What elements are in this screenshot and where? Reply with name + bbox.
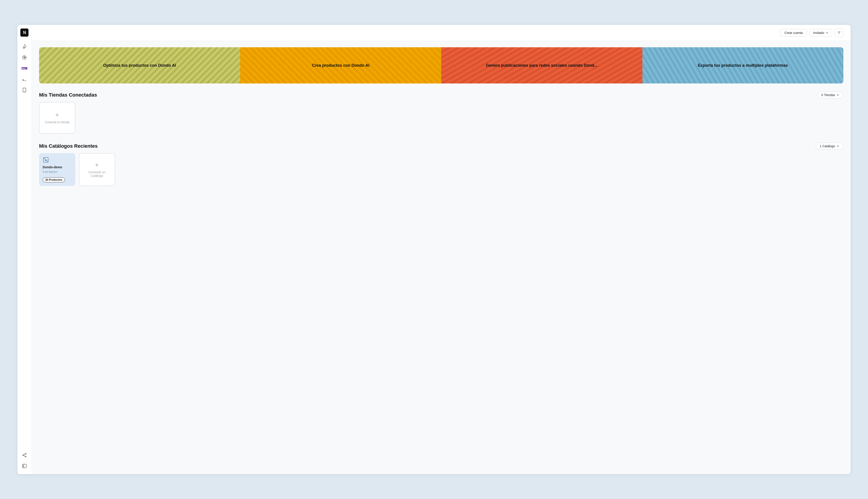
filter-icon bbox=[837, 31, 841, 35]
share-icon[interactable] bbox=[20, 451, 29, 460]
tiendas-section: Mis Tiendas Conectadas 0 Tiendas + Conec… bbox=[39, 92, 843, 134]
banner-text-2: Crea productos con Dondo AI bbox=[312, 63, 369, 68]
tablet-icon[interactable] bbox=[20, 85, 29, 95]
svg-line-5 bbox=[26, 80, 26, 81]
tiendas-chevron-icon bbox=[836, 94, 840, 97]
banner-text-1: Optimiza tus productos con Dondo AI bbox=[103, 63, 176, 68]
tiendas-link-label: 0 Tiendas bbox=[821, 93, 835, 97]
opencart-icon[interactable] bbox=[20, 53, 29, 62]
page-body: Optimiza tus productos con Dondo AI Crea… bbox=[32, 41, 851, 201]
svg-line-19 bbox=[43, 158, 48, 162]
collapse-sidebar-icon[interactable] bbox=[20, 461, 29, 471]
catalogos-section: Mis Catálogos Recientes 1 Catálogo bbox=[39, 143, 843, 186]
chevron-down-icon bbox=[826, 31, 829, 34]
tiendas-title: Mis Tiendas Conectadas bbox=[39, 92, 97, 98]
add-tienda-label: Conecta tu tienda bbox=[45, 120, 70, 124]
tiendas-grid: + Conecta tu tienda bbox=[39, 102, 843, 134]
banner-card-4[interactable]: Exporta tus productos a multiples plataf… bbox=[642, 47, 844, 84]
svg-text:Woo: Woo bbox=[22, 68, 26, 70]
catalogo-no-image-icon bbox=[43, 157, 72, 163]
filter-button[interactable] bbox=[835, 28, 843, 37]
woo-icon[interactable]: Woo bbox=[20, 64, 29, 73]
add-tienda-plus: + bbox=[55, 112, 59, 118]
top-nav: Crear cuenta Invitado bbox=[32, 25, 851, 41]
catalogo-card-0[interactable]: Dondo-demo 5 de febrero 30 Productos bbox=[39, 153, 75, 186]
catalogos-link-label: 1 Catálogo bbox=[820, 144, 835, 148]
amazon-icon[interactable]: a bbox=[20, 75, 29, 84]
catalogos-chevron-icon bbox=[836, 145, 840, 148]
add-catalogo-label: Conectar un Catálogo bbox=[79, 170, 115, 178]
banner-text-4: Exporta tus productos a multiples plataf… bbox=[698, 63, 788, 68]
app-logo[interactable]: N bbox=[20, 28, 28, 37]
svg-line-11 bbox=[24, 454, 25, 455]
add-catalogo-card[interactable]: + Conectar un Catálogo bbox=[79, 153, 115, 186]
crear-cuenta-button[interactable]: Crear cuenta bbox=[780, 29, 807, 37]
catalogo-badge-0: 30 Productos bbox=[43, 177, 65, 182]
add-catalogo-plus: + bbox=[95, 162, 99, 168]
sidebar-bottom bbox=[20, 461, 29, 471]
banner-text-3: Genera publicaciones para redes sociales… bbox=[486, 63, 597, 68]
shopify-icon[interactable] bbox=[20, 42, 29, 51]
banner-card-1[interactable]: Optimiza tus productos con Dondo AI bbox=[39, 47, 240, 84]
main-content: Crear cuenta Invitado Optimiza tus produ… bbox=[32, 25, 851, 474]
catalogos-title: Mis Catálogos Recientes bbox=[39, 143, 98, 149]
catalogos-link-button[interactable]: 1 Catálogo bbox=[816, 143, 843, 149]
svg-point-9 bbox=[23, 454, 24, 455]
svg-point-8 bbox=[25, 453, 26, 454]
svg-line-12 bbox=[24, 455, 25, 456]
catalogo-name-0: Dondo-demo bbox=[43, 165, 72, 169]
invitado-button[interactable]: Invitado bbox=[810, 29, 832, 37]
app-container: N Woo a bbox=[17, 25, 851, 474]
banner-card-3[interactable]: Genera publicaciones para redes sociales… bbox=[441, 47, 642, 84]
catalogos-section-header: Mis Catálogos Recientes 1 Catálogo bbox=[39, 143, 843, 149]
banner-section: Optimiza tus productos con Dondo AI Crea… bbox=[39, 47, 843, 84]
tiendas-link-button[interactable]: 0 Tiendas bbox=[817, 92, 843, 98]
svg-point-10 bbox=[25, 456, 26, 457]
invitado-label: Invitado bbox=[813, 31, 824, 35]
add-tienda-card[interactable]: + Conecta tu tienda bbox=[39, 102, 75, 134]
banner-card-2[interactable]: Crea productos con Dondo AI bbox=[240, 47, 441, 84]
tiendas-section-header: Mis Tiendas Conectadas 0 Tiendas bbox=[39, 92, 843, 98]
catalogo-date-0: 5 de febrero bbox=[43, 170, 72, 173]
sidebar: N Woo a bbox=[17, 25, 32, 474]
catalogos-grid: Dondo-demo 5 de febrero 30 Productos + C… bbox=[39, 153, 843, 186]
svg-point-1 bbox=[24, 57, 25, 58]
